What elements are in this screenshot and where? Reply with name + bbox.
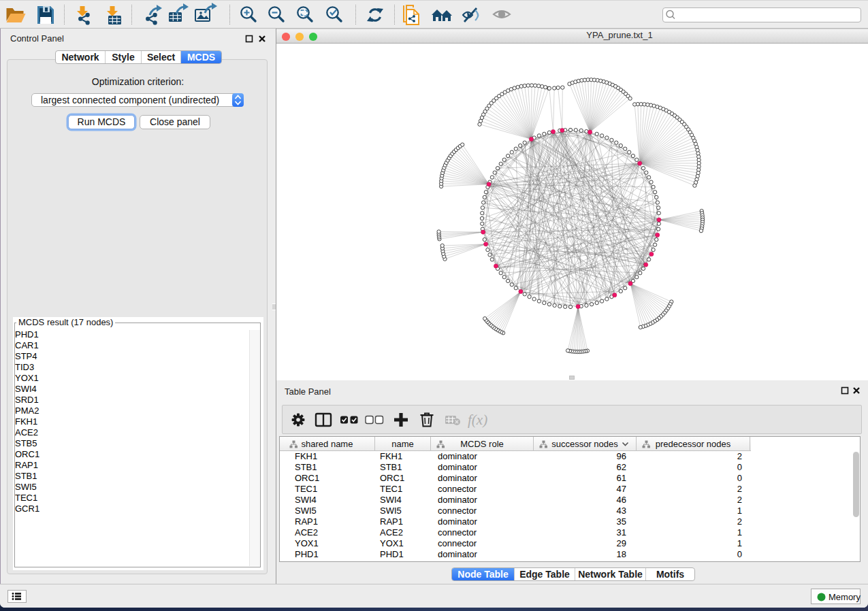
svg-text:f(x): f(x) bbox=[468, 412, 487, 428]
